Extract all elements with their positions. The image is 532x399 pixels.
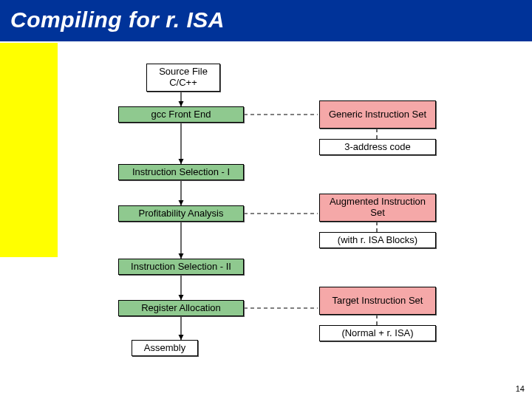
box-three-addr: 3-address code <box>319 139 436 155</box>
box-assembly: Assembly <box>132 340 198 356</box>
box-isel1: Instruction Selection - I <box>118 164 244 180</box>
box-source: Source File C/C++ <box>146 64 220 92</box>
box-profit: Profitability Analysis <box>118 205 244 222</box>
box-generic-iset: Generic Instruction Set <box>319 100 436 129</box>
box-gcc: gcc Front End <box>118 106 244 123</box>
box-augmented: Augmented Instruction Set <box>319 194 436 222</box>
box-normal-risa: (Normal + r. ISA) <box>319 325 436 341</box>
box-regalloc: Register Allocation <box>118 300 244 316</box>
page-number: 14 <box>516 384 525 393</box>
box-with-risa: (with r. ISA Blocks) <box>319 232 436 248</box>
box-isel2: Instruction Selection - II <box>118 259 244 275</box>
diagram-stage: Source File C/C++ gcc Front End Instruct… <box>0 0 532 399</box>
connectors <box>0 0 532 399</box>
box-target-iset: Target Instruction Set <box>319 287 436 315</box>
